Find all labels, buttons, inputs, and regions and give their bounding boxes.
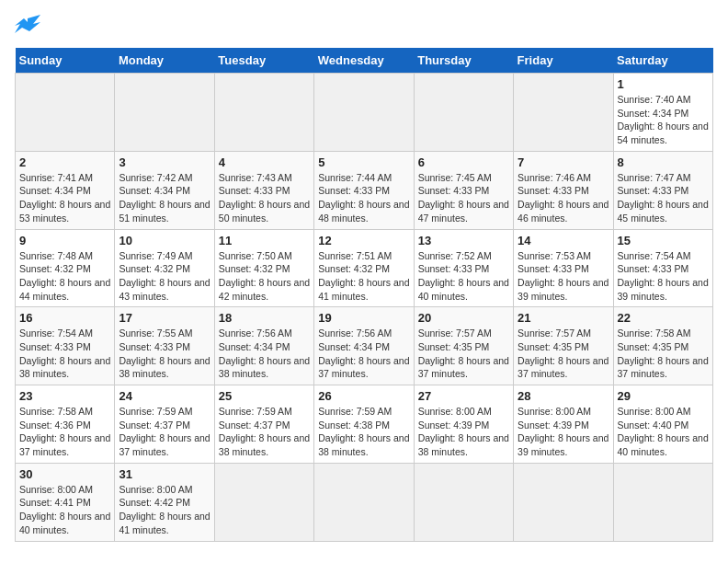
day-info: Sunrise: 7:43 AM Sunset: 4:33 PM Dayligh… — [219, 172, 310, 224]
calendar-cell: 2 Sunrise: 7:41 AM Sunset: 4:34 PM Dayli… — [16, 151, 115, 229]
day-number: 3 — [119, 155, 210, 169]
calendar-cell — [613, 463, 712, 541]
calendar-cell: 21 Sunrise: 7:57 AM Sunset: 4:35 PM Dayl… — [514, 307, 613, 385]
day-number: 19 — [318, 311, 409, 325]
day-info: Sunrise: 8:00 AM Sunset: 4:40 PM Dayligh… — [618, 406, 709, 457]
day-info: Sunrise: 7:59 AM Sunset: 4:38 PM Dayligh… — [318, 406, 409, 457]
day-info: Sunrise: 7:46 AM Sunset: 4:33 PM Dayligh… — [518, 172, 609, 224]
day-number: 6 — [418, 155, 509, 169]
svg-marker-0 — [15, 15, 40, 33]
day-info: Sunrise: 8:00 AM Sunset: 4:39 PM Dayligh… — [518, 406, 609, 457]
day-info: Sunrise: 7:54 AM Sunset: 4:33 PM Dayligh… — [618, 250, 709, 302]
calendar-cell — [314, 74, 414, 152]
calendar-cell: 23 Sunrise: 7:58 AM Sunset: 4:36 PM Dayl… — [16, 385, 115, 464]
day-number: 2 — [19, 155, 110, 169]
calendar-cell: 13 Sunrise: 7:52 AM Sunset: 4:33 PM Dayl… — [414, 229, 513, 307]
calendar-cell: 3 Sunrise: 7:42 AM Sunset: 4:34 PM Dayli… — [115, 151, 214, 229]
day-info: Sunrise: 7:41 AM Sunset: 4:34 PM Dayligh… — [19, 172, 110, 224]
calendar-cell — [16, 74, 115, 152]
day-info: Sunrise: 7:49 AM Sunset: 4:32 PM Dayligh… — [119, 250, 210, 302]
day-number: 29 — [618, 389, 709, 403]
calendar-week-5: 23 Sunrise: 7:58 AM Sunset: 4:36 PM Dayl… — [16, 385, 713, 464]
logo — [15, 15, 44, 37]
calendar-cell: 12 Sunrise: 7:51 AM Sunset: 4:32 PM Dayl… — [314, 229, 414, 307]
calendar-cell — [314, 463, 414, 541]
day-number: 9 — [19, 234, 110, 247]
day-number: 24 — [119, 389, 210, 403]
calendar-cell: 4 Sunrise: 7:43 AM Sunset: 4:33 PM Dayli… — [214, 151, 313, 229]
calendar-header-tuesday: Tuesday — [214, 48, 313, 74]
day-number: 23 — [19, 389, 110, 403]
day-number: 13 — [418, 234, 509, 247]
day-info: Sunrise: 7:54 AM Sunset: 4:33 PM Dayligh… — [19, 327, 110, 379]
day-number: 4 — [219, 155, 310, 169]
day-info: Sunrise: 7:48 AM Sunset: 4:32 PM Dayligh… — [19, 250, 110, 302]
day-number: 20 — [418, 311, 509, 325]
calendar-cell: 20 Sunrise: 7:57 AM Sunset: 4:35 PM Dayl… — [414, 307, 513, 385]
day-info: Sunrise: 7:58 AM Sunset: 4:35 PM Dayligh… — [618, 327, 709, 379]
day-number: 21 — [518, 311, 609, 325]
day-number: 27 — [418, 389, 509, 403]
day-info: Sunrise: 7:50 AM Sunset: 4:32 PM Dayligh… — [219, 250, 310, 302]
day-info: Sunrise: 7:59 AM Sunset: 4:37 PM Dayligh… — [219, 406, 310, 457]
day-info: Sunrise: 7:42 AM Sunset: 4:34 PM Dayligh… — [119, 172, 210, 224]
calendar-week-3: 9 Sunrise: 7:48 AM Sunset: 4:32 PM Dayli… — [16, 229, 713, 307]
calendar-cell — [214, 74, 313, 152]
calendar-cell: 27 Sunrise: 8:00 AM Sunset: 4:39 PM Dayl… — [414, 385, 513, 464]
day-info: Sunrise: 8:00 AM Sunset: 4:42 PM Dayligh… — [119, 484, 210, 535]
calendar-cell — [214, 463, 313, 541]
day-info: Sunrise: 7:56 AM Sunset: 4:34 PM Dayligh… — [219, 327, 310, 379]
calendar-header-friday: Friday — [514, 48, 613, 74]
day-number: 1 — [618, 77, 709, 91]
calendar-header-wednesday: Wednesday — [314, 48, 414, 74]
calendar-cell: 28 Sunrise: 8:00 AM Sunset: 4:39 PM Dayl… — [514, 385, 613, 464]
day-number: 5 — [318, 155, 409, 169]
day-number: 22 — [618, 311, 709, 325]
calendar-cell: 17 Sunrise: 7:55 AM Sunset: 4:33 PM Dayl… — [115, 307, 214, 385]
day-number: 25 — [219, 389, 310, 403]
calendar-cell: 9 Sunrise: 7:48 AM Sunset: 4:32 PM Dayli… — [16, 229, 115, 307]
day-info: Sunrise: 7:51 AM Sunset: 4:32 PM Dayligh… — [318, 250, 409, 302]
calendar-cell: 26 Sunrise: 7:59 AM Sunset: 4:38 PM Dayl… — [314, 385, 414, 464]
day-number: 28 — [518, 389, 609, 403]
calendar-header-row: SundayMondayTuesdayWednesdayThursdayFrid… — [16, 48, 713, 74]
calendar-cell: 7 Sunrise: 7:46 AM Sunset: 4:33 PM Dayli… — [514, 151, 613, 229]
day-number: 8 — [618, 155, 709, 169]
calendar-week-6: 30 Sunrise: 8:00 AM Sunset: 4:41 PM Dayl… — [16, 463, 713, 541]
page-header — [15, 15, 713, 37]
day-number: 26 — [318, 389, 409, 403]
calendar-header-monday: Monday — [115, 48, 214, 74]
calendar-week-1: 1 Sunrise: 7:40 AM Sunset: 4:34 PM Dayli… — [16, 74, 713, 152]
calendar-cell: 10 Sunrise: 7:49 AM Sunset: 4:32 PM Dayl… — [115, 229, 214, 307]
day-info: Sunrise: 7:52 AM Sunset: 4:33 PM Dayligh… — [418, 250, 509, 302]
calendar-week-4: 16 Sunrise: 7:54 AM Sunset: 4:33 PM Dayl… — [16, 307, 713, 385]
day-number: 14 — [518, 234, 609, 247]
calendar-cell: 5 Sunrise: 7:44 AM Sunset: 4:33 PM Dayli… — [314, 151, 414, 229]
calendar-header-saturday: Saturday — [613, 48, 712, 74]
day-info: Sunrise: 7:59 AM Sunset: 4:37 PM Dayligh… — [119, 406, 210, 457]
calendar-cell — [514, 74, 613, 152]
calendar-cell — [514, 463, 613, 541]
calendar-cell: 15 Sunrise: 7:54 AM Sunset: 4:33 PM Dayl… — [613, 229, 712, 307]
calendar-cell: 6 Sunrise: 7:45 AM Sunset: 4:33 PM Dayli… — [414, 151, 513, 229]
day-info: Sunrise: 7:57 AM Sunset: 4:35 PM Dayligh… — [418, 327, 509, 379]
calendar-week-2: 2 Sunrise: 7:41 AM Sunset: 4:34 PM Dayli… — [16, 151, 713, 229]
calendar-cell: 18 Sunrise: 7:56 AM Sunset: 4:34 PM Dayl… — [214, 307, 313, 385]
calendar-cell: 30 Sunrise: 8:00 AM Sunset: 4:41 PM Dayl… — [16, 463, 115, 541]
day-info: Sunrise: 7:58 AM Sunset: 4:36 PM Dayligh… — [19, 406, 110, 457]
calendar-cell: 24 Sunrise: 7:59 AM Sunset: 4:37 PM Dayl… — [115, 385, 214, 464]
day-info: Sunrise: 7:53 AM Sunset: 4:33 PM Dayligh… — [518, 250, 609, 302]
logo-icon — [15, 15, 40, 37]
day-number: 12 — [318, 234, 409, 247]
day-number: 16 — [19, 311, 110, 325]
day-number: 17 — [119, 311, 210, 325]
day-info: Sunrise: 7:55 AM Sunset: 4:33 PM Dayligh… — [119, 327, 210, 379]
day-number: 7 — [518, 155, 609, 169]
day-number: 31 — [119, 467, 210, 481]
calendar-cell: 8 Sunrise: 7:47 AM Sunset: 4:33 PM Dayli… — [613, 151, 712, 229]
calendar-cell: 29 Sunrise: 8:00 AM Sunset: 4:40 PM Dayl… — [613, 385, 712, 464]
calendar-header-thursday: Thursday — [414, 48, 513, 74]
day-number: 15 — [618, 234, 709, 247]
calendar-body: 1 Sunrise: 7:40 AM Sunset: 4:34 PM Dayli… — [16, 74, 713, 542]
day-info: Sunrise: 7:40 AM Sunset: 4:34 PM Dayligh… — [618, 94, 709, 145]
